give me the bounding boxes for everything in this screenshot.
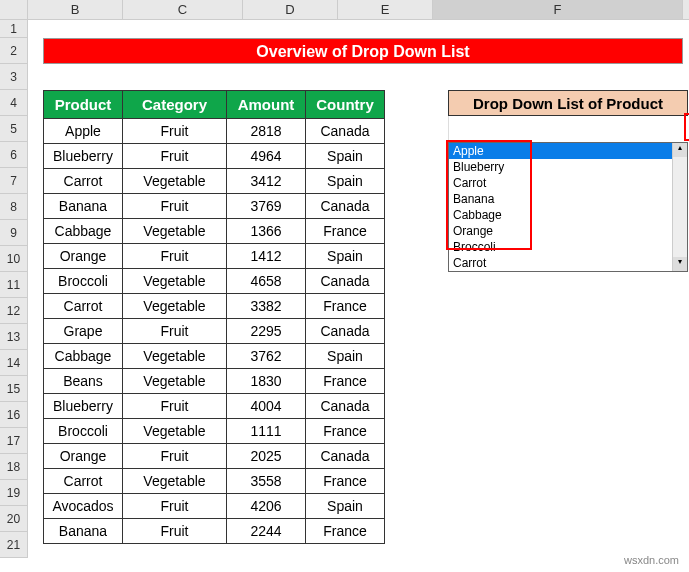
col-header[interactable]: C [123, 0, 243, 19]
cell-country[interactable]: Spain [306, 494, 385, 519]
cell-amount[interactable]: 1366 [227, 219, 306, 244]
cell-category[interactable]: Vegetable [123, 169, 227, 194]
cell-country[interactable]: Spain [306, 144, 385, 169]
cell-product[interactable]: Apple [44, 119, 123, 144]
col-header[interactable]: E [338, 0, 433, 19]
cell-category[interactable]: Fruit [123, 519, 227, 544]
table-row[interactable]: BlueberryFruit4004Canada [44, 394, 385, 419]
cell-product[interactable]: Broccoli [44, 419, 123, 444]
cell-category[interactable]: Vegetable [123, 294, 227, 319]
cell-amount[interactable]: 4658 [227, 269, 306, 294]
cell-category[interactable]: Fruit [123, 494, 227, 519]
cell-product[interactable]: Banana [44, 194, 123, 219]
table-row[interactable]: AppleFruit2818Canada [44, 119, 385, 144]
cell-country[interactable]: France [306, 219, 385, 244]
cell-product[interactable]: Orange [44, 444, 123, 469]
cell-category[interactable]: Vegetable [123, 344, 227, 369]
cell-amount[interactable]: 3769 [227, 194, 306, 219]
dropdown-scrollbar[interactable]: ▴ ▾ [672, 143, 687, 271]
table-row[interactable]: OrangeFruit1412Spain [44, 244, 385, 269]
row-header[interactable]: 14 [0, 350, 27, 376]
row-header[interactable]: 6 [0, 142, 27, 168]
cell-country[interactable]: Spain [306, 344, 385, 369]
cell-country[interactable]: Spain [306, 169, 385, 194]
dropdown-item[interactable]: Banana [449, 191, 687, 207]
dropdown-item[interactable]: Orange [449, 223, 687, 239]
row-header[interactable]: 15 [0, 376, 27, 402]
cell-amount[interactable]: 3382 [227, 294, 306, 319]
table-row[interactable]: CarrotVegetable3412Spain [44, 169, 385, 194]
cell-country[interactable]: Canada [306, 394, 385, 419]
table-row[interactable]: CarrotVegetable3558France [44, 469, 385, 494]
table-row[interactable]: BlueberryFruit4964Spain [44, 144, 385, 169]
cell-country[interactable]: France [306, 419, 385, 444]
dropdown-item[interactable]: Carrot [449, 255, 687, 271]
cell-amount[interactable]: 3412 [227, 169, 306, 194]
cell-category[interactable]: Fruit [123, 194, 227, 219]
row-header[interactable]: 10 [0, 246, 27, 272]
cell-product[interactable]: Avocados [44, 494, 123, 519]
row-header[interactable]: 19 [0, 480, 27, 506]
cell-product[interactable]: Beans [44, 369, 123, 394]
cell-category[interactable]: Vegetable [123, 419, 227, 444]
table-row[interactable]: BroccoliVegetable4658Canada [44, 269, 385, 294]
cell-amount[interactable]: 4004 [227, 394, 306, 419]
cell-product[interactable]: Blueberry [44, 144, 123, 169]
cell-amount[interactable]: 4206 [227, 494, 306, 519]
cell-country[interactable]: Canada [306, 269, 385, 294]
cell-category[interactable]: Fruit [123, 444, 227, 469]
cell-amount[interactable]: 3762 [227, 344, 306, 369]
dropdown-item[interactable]: Apple [449, 143, 687, 159]
cell-amount[interactable]: 4964 [227, 144, 306, 169]
dropdown-item[interactable]: Blueberry [449, 159, 687, 175]
cell-product[interactable]: Carrot [44, 469, 123, 494]
table-row[interactable]: BananaFruit3769Canada [44, 194, 385, 219]
row-header[interactable]: 3 [0, 64, 27, 90]
dropdown-item[interactable]: Carrot [449, 175, 687, 191]
select-all[interactable] [0, 0, 28, 19]
cell-category[interactable]: Vegetable [123, 469, 227, 494]
row-header[interactable]: 9 [0, 220, 27, 246]
dropdown-item[interactable]: Broccoli [449, 239, 687, 255]
cell-amount[interactable]: 2295 [227, 319, 306, 344]
table-row[interactable]: BeansVegetable1830France [44, 369, 385, 394]
row-header[interactable]: 1 [0, 20, 27, 38]
cell-amount[interactable]: 2025 [227, 444, 306, 469]
row-header[interactable]: 20 [0, 506, 27, 532]
cell-country[interactable]: Canada [306, 319, 385, 344]
cell-product[interactable]: Banana [44, 519, 123, 544]
cell-category[interactable]: Vegetable [123, 369, 227, 394]
cell-product[interactable]: Blueberry [44, 394, 123, 419]
cell-country[interactable]: Spain [306, 244, 385, 269]
cell-country[interactable]: Canada [306, 119, 385, 144]
row-header[interactable]: 2 [0, 38, 27, 64]
row-header[interactable]: 18 [0, 454, 27, 480]
cell-country[interactable]: France [306, 519, 385, 544]
cell-country[interactable]: France [306, 369, 385, 394]
cell-amount[interactable]: 2818 [227, 119, 306, 144]
table-row[interactable]: BananaFruit2244France [44, 519, 385, 544]
row-header[interactable]: 11 [0, 272, 27, 298]
cell-amount[interactable]: 1111 [227, 419, 306, 444]
row-header[interactable]: 21 [0, 532, 27, 558]
table-row[interactable]: CabbageVegetable3762Spain [44, 344, 385, 369]
row-header[interactable]: 16 [0, 402, 27, 428]
table-row[interactable]: BroccoliVegetable1111France [44, 419, 385, 444]
row-header[interactable]: 13 [0, 324, 27, 350]
dropdown-cell[interactable] [448, 116, 688, 142]
row-header[interactable]: 8 [0, 194, 27, 220]
cell-category[interactable]: Fruit [123, 394, 227, 419]
table-row[interactable]: GrapeFruit2295Canada [44, 319, 385, 344]
cell-category[interactable]: Fruit [123, 319, 227, 344]
cell-category[interactable]: Fruit [123, 119, 227, 144]
row-header[interactable]: 5 [0, 116, 27, 142]
cell-product[interactable]: Grape [44, 319, 123, 344]
cell-product[interactable]: Carrot [44, 169, 123, 194]
cell-category[interactable]: Vegetable [123, 269, 227, 294]
scroll-down-icon[interactable]: ▾ [673, 257, 687, 271]
cell-country[interactable]: Canada [306, 194, 385, 219]
table-row[interactable]: CabbageVegetable1366France [44, 219, 385, 244]
row-header[interactable]: 7 [0, 168, 27, 194]
cell-country[interactable]: France [306, 469, 385, 494]
row-header[interactable]: 17 [0, 428, 27, 454]
